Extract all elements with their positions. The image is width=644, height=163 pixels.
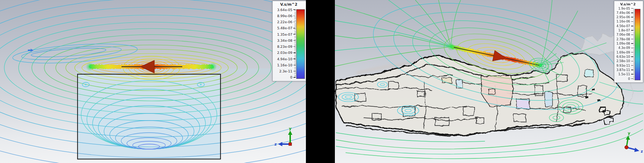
scale-value: 6.63e-10 <box>616 55 630 58</box>
field-minimum-wedge <box>12 41 138 66</box>
scale-value: 8.99e-06 <box>277 14 292 18</box>
minor-ticks <box>633 9 634 80</box>
scale-value: 5.48e-07 <box>277 26 292 30</box>
scale-value: 4.3e-09 <box>618 46 630 50</box>
scale-value: 2.58e-10 <box>616 59 630 63</box>
scale-value: 9.93e-11 <box>616 64 630 67</box>
scale-value: 3.64e-05 <box>277 8 292 12</box>
legend-unit: V.s/m^2 <box>614 2 641 6</box>
viewport-mesh-view[interactable]: y z V.s/m^2 1.9e-05 7.49e-06 2.95e-06 1.… <box>335 0 644 163</box>
colorbar <box>296 9 305 79</box>
z-axis-label: z <box>641 149 643 154</box>
scale-value: 1.09e-08 <box>616 42 630 45</box>
scale-value: 1.69e-09 <box>616 51 630 54</box>
z-axis-label: z <box>274 142 277 147</box>
x-axis-origin-icon <box>625 146 628 149</box>
scale-value: 2.03e-09 <box>277 51 292 55</box>
scale-value: 4.56e-07 <box>616 24 630 28</box>
scale-value: 1.35e-07 <box>277 32 292 36</box>
colorbar <box>635 9 640 80</box>
scale-value: 2.22e-06 <box>277 20 292 24</box>
scale-value: 1.8e-07 <box>618 29 630 32</box>
scale-value: 1.16e-10 <box>277 63 292 67</box>
scale-value: 3.34e-08 <box>277 39 292 42</box>
scale-value: 2.78e-08 <box>616 37 630 41</box>
legend-unit: V.s/m^2 <box>273 2 305 6</box>
y-axis-label: y <box>289 126 291 131</box>
axis-triad: y z <box>625 131 643 154</box>
scale-value: 7.49e-06 <box>616 11 630 15</box>
field-contour-plot-left: y z <box>0 0 306 163</box>
scale-value: 8.23e-09 <box>277 45 292 49</box>
dual-field-plot-canvas: y z V.s/m^2 3.64e-05 8.99e-06 2.22e-06 5… <box>0 0 644 163</box>
scale-value: 7.06e-08 <box>616 33 630 36</box>
scale-value: 1.5e-11 <box>618 72 630 76</box>
colorbar-legend: V.s/m^2 1.9e-05 7.49e-06 2.95e-06 1.16e-… <box>614 1 643 83</box>
colorbar-legend: V.s/m^2 3.64e-05 8.99e-06 2.22e-06 5.48e… <box>272 1 306 81</box>
z-axis-arrow-icon <box>634 148 639 152</box>
scale-value: 0 <box>628 77 630 81</box>
scale-value: 2.3e-11 <box>279 69 292 73</box>
scale-value: 1.16e-06 <box>616 20 630 23</box>
minimum-marker-icon <box>28 49 34 52</box>
axis-triad: y z <box>274 126 292 147</box>
y-axis-arrow-icon <box>288 131 292 135</box>
minor-ticks <box>294 9 296 78</box>
scale-value: 2.95e-06 <box>616 15 630 19</box>
viewport-cross-section[interactable]: y z V.s/m^2 3.64e-05 8.99e-06 2.22e-06 5… <box>0 0 306 163</box>
x-axis-origin-icon <box>289 143 292 146</box>
scale-value: 0 <box>290 75 292 79</box>
field-contour-plot-right: y z <box>335 0 644 163</box>
scale-value: 4.94e-10 <box>277 57 292 61</box>
z-axis-arrow-icon <box>278 142 282 146</box>
scale-value: 3.87e-11 <box>616 68 630 72</box>
y-axis-label: y <box>628 131 630 136</box>
scale-value: 1.9e-05 <box>618 7 630 10</box>
mesh-region <box>336 54 624 136</box>
legend-scale: 1.9e-05 7.49e-06 2.95e-06 1.16e-06 4.56e… <box>614 7 633 80</box>
legend-scale: 3.64e-05 8.99e-06 2.22e-06 5.48e-07 1.35… <box>273 7 296 80</box>
